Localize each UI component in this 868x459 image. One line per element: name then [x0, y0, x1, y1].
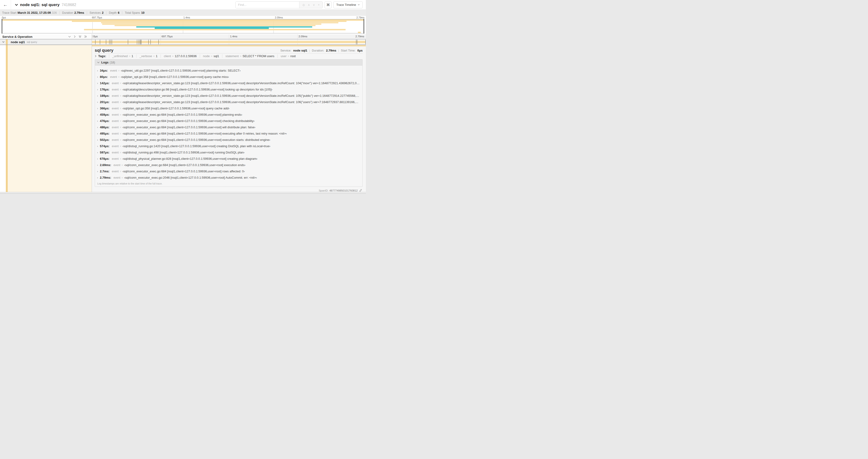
tags-accordion[interactable]: Tags: _unfinished = 1 _verbose = 1 clien…: [95, 54, 363, 59]
log-field-name: event: [112, 151, 119, 154]
chevron-right-icon[interactable]: [95, 55, 97, 57]
span-row-timeline-cell[interactable]: [92, 39, 366, 44]
logs-footnote: Log timestamps are relative to the start…: [95, 181, 362, 187]
page-header: ← node sql1: sql query 7418682 ◎ ∧ ∨ × ⌘…: [0, 0, 366, 10]
trace-duration: Duration 2.79ms: [59, 11, 87, 14]
expand-all-icon[interactable]: [84, 35, 87, 38]
view-selector-button[interactable]: Trace Timeline: [334, 1, 363, 8]
tag-value: 127.0.0.1:59936: [175, 54, 197, 58]
log-message: ‹sql/conn_executor_exec.go:684 [nsql1,cl…: [124, 163, 245, 167]
log-message: ‹sql/conn_executor_exec.go:2046 [nsql1,c…: [124, 176, 257, 179]
keyboard-shortcuts-button[interactable]: ⌘: [324, 1, 332, 8]
find-input[interactable]: [236, 2, 299, 8]
span-row[interactable]: node sql1 sql query: [0, 39, 366, 44]
log-timestamp: 2.7ms:: [100, 170, 110, 173]
chevron-right-icon: ›: [97, 176, 98, 179]
equals-sign: =: [122, 176, 123, 179]
equals-sign: =: [120, 113, 121, 116]
span-detail-operation: sql query: [95, 48, 114, 53]
log-entry[interactable]: › 2.79ms: event = ‹sql/conn_executor_exe…: [97, 174, 360, 181]
tag-value: 1: [132, 54, 133, 58]
log-entry[interactable]: › 597μs: event = ‹sql/distsql_running.go…: [97, 149, 360, 156]
span-duration-bar[interactable]: [92, 41, 366, 43]
logs-count: (18): [110, 61, 115, 64]
minimap-tick-labels: 0μs697.75μs1.4ms2.09ms2.79ms: [0, 16, 366, 19]
log-entry[interactable]: › 678μs: event = ‹sql/distsql_physical_p…: [97, 156, 360, 162]
minimap-tick-label: 2.79ms: [356, 16, 365, 19]
collapse-one-icon[interactable]: [68, 36, 71, 38]
deep-link-icon[interactable]: [359, 189, 362, 192]
tags-label: Tags:: [98, 54, 106, 58]
log-field-name: event: [114, 176, 120, 179]
equals-sign: =: [120, 151, 121, 154]
minimap-span-bar: [136, 26, 312, 28]
minimap-left-drag-handle[interactable]: [2, 19, 2, 34]
log-entry[interactable]: › 201μs: event = ‹sql/catalog/lease/desc…: [97, 99, 360, 105]
previous-result-icon[interactable]: ∧: [308, 3, 310, 6]
log-entry[interactable]: › 80μs: event = ‹sql/plan_opt.go:358 [ns…: [97, 74, 360, 80]
next-result-icon[interactable]: ∨: [313, 3, 315, 6]
log-message: ‹sql/exec_util.go:2297 [nsql1,client=127…: [121, 69, 241, 72]
chevron-right-icon: ›: [97, 107, 98, 110]
logs-section: Logs (18) › 34μs: event = ‹sql/exec_util…: [95, 59, 363, 187]
logs-accordion-header[interactable]: Logs (18): [95, 60, 362, 66]
match-target-icon[interactable]: ◎: [302, 3, 305, 6]
chevron-down-icon: [358, 4, 360, 6]
equals-sign: =: [122, 164, 123, 167]
equals-sign: =: [120, 145, 121, 147]
log-message: ‹sql/conn_executor_exec.go:684 [nsql1,cl…: [123, 113, 242, 117]
log-message: ‹sql/conn_executor_exec.go:684 [nsql1,cl…: [123, 138, 270, 141]
timeline-gridline: [160, 34, 161, 39]
service-label: Service:: [280, 49, 291, 52]
log-entry[interactable]: › 476μs: event = ‹sql/conn_executor_exec…: [97, 118, 360, 124]
duration-value: 2.79ms: [326, 49, 336, 52]
timeline-gridline: [229, 34, 229, 39]
log-entry[interactable]: › 176μs: event = ‹sql/catalog/descs/desc…: [97, 86, 360, 93]
log-marker-tick: [109, 40, 110, 44]
trace-minimap-scrubber[interactable]: [2, 19, 364, 33]
equals-sign: =: [118, 69, 120, 72]
log-entry[interactable]: › 2.7ms: event = ‹sql/conn_executor_exec…: [97, 168, 360, 174]
log-field-name: event: [112, 120, 119, 123]
log-timestamp: 486μs:: [100, 126, 110, 129]
log-marker-tick: [138, 40, 139, 44]
tag-item: node = sql1: [200, 54, 222, 58]
log-entry[interactable]: › 366μs: event = ‹sql/plan_opt.go:358 [n…: [97, 105, 360, 111]
span-collapse-chevron-icon[interactable]: [2, 41, 5, 43]
log-entry[interactable]: › 459μs: event = ‹sql/conn_executor_exec…: [97, 111, 360, 118]
expand-one-icon[interactable]: [74, 35, 76, 38]
trace-collapse-chevron-icon[interactable]: [15, 3, 18, 6]
start-time-label: Start Time:: [341, 49, 355, 52]
minimap-span-bar: [2, 19, 364, 21]
log-entry[interactable]: › 495μs: event = ‹sql/conn_executor_exec…: [97, 130, 360, 137]
tag-value: SELECT * FROM users: [243, 54, 274, 58]
collapse-all-icon[interactable]: [79, 35, 82, 38]
log-timestamp: 142μs:: [100, 81, 110, 85]
log-entry[interactable]: › 189μs: event = ‹sql/catalog/lease/desc…: [97, 93, 360, 99]
log-entry[interactable]: › 34μs: event = ‹sql/exec_util.go:2297 […: [97, 67, 360, 74]
divider: |: [309, 49, 310, 52]
service-value: node sql1: [293, 49, 307, 52]
clear-search-icon[interactable]: ×: [318, 3, 319, 6]
span-row-name-cell[interactable]: node sql1 sql query: [0, 39, 92, 44]
log-entry[interactable]: › 2.69ms: event = ‹sql/conn_executor_exe…: [97, 162, 360, 168]
span-detail-tint: [8, 45, 92, 192]
back-button[interactable]: ←: [0, 0, 11, 9]
tag-item: client = 127.0.0.1:59936: [160, 54, 200, 58]
column-resizer-handle[interactable]: ||: [92, 35, 93, 38]
minimap-tick-label: 1.4ms: [183, 16, 190, 19]
chevron-down-icon: [97, 62, 100, 63]
log-entry[interactable]: › 142μs: event = ‹sql/catalog/lease/desc…: [97, 80, 360, 86]
log-entry[interactable]: › 574μs: event = ‹sql/distsql_running.go…: [97, 143, 360, 149]
log-timestamp: 476μs:: [100, 119, 110, 123]
log-timestamp: 176μs:: [100, 88, 110, 91]
timeline-header-row: Service & Operation ||: [0, 34, 366, 39]
horizontal-scrollbar-track[interactable]: [0, 192, 366, 193]
span-id-value: 4877749850101760812: [329, 189, 358, 192]
log-entry[interactable]: › 486μs: event = ‹sql/conn_executor_exec…: [97, 124, 360, 130]
log-entry[interactable]: › 502μs: event = ‹sql/conn_executor_exec…: [97, 137, 360, 143]
log-field-name: event: [112, 88, 119, 91]
log-field-name: event: [112, 157, 119, 160]
minimap-right-drag-handle[interactable]: [364, 19, 364, 34]
equals-sign: =: [120, 107, 121, 110]
